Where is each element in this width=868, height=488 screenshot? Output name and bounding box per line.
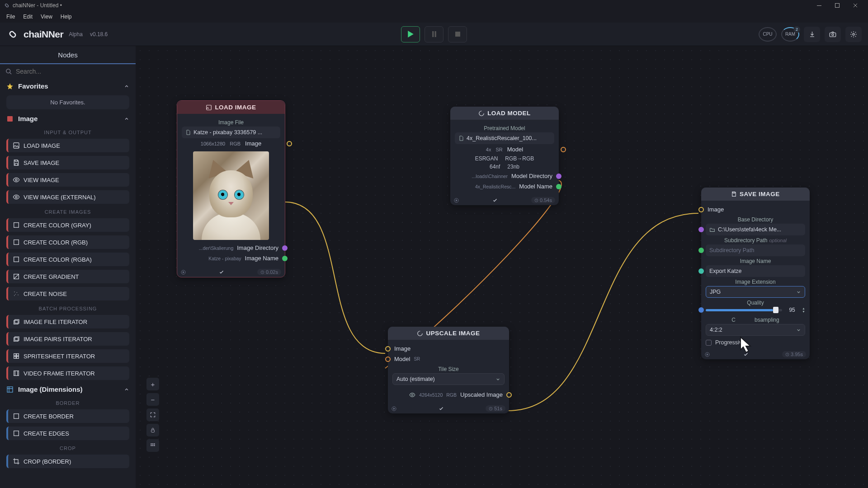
zoom-more-button[interactable] [146,439,159,452]
subdir-input[interactable]: Subdirectory Path [706,244,805,256]
quality-slider[interactable] [706,309,782,311]
svg-rect-9 [7,116,13,122]
node-header[interactable]: LOAD MODEL [450,107,559,120]
zoom-lock-button[interactable] [146,424,159,436]
menu-edit[interactable]: Edit [19,12,36,21]
section-image-dimensions[interactable]: Image (Dimensions) [0,382,136,397]
ram-meter: RAM 2 [781,27,799,42]
folder-icon [709,227,715,232]
node-item-create-rgba[interactable]: CREATE COLOR (RGBA) [6,253,129,266]
section-favorites[interactable]: Favorites [0,79,136,94]
dropdown-tile-size[interactable]: Auto (estimate) [392,373,505,385]
menu-view[interactable]: View [37,12,56,21]
node-header[interactable]: LOAD IMAGE [177,101,285,114]
input-port-basedir[interactable] [698,227,704,232]
clock-icon [489,407,493,411]
input-port-image[interactable] [385,346,391,352]
node-item-view-image-external[interactable]: VIEW IMAGE (EXTERNAL) [6,190,129,204]
pause-button[interactable] [425,26,443,42]
canvas[interactable]: LOAD IMAGE Image File Katze - pixabay 33… [136,46,868,488]
svg-rect-49 [154,443,155,444]
close-button[interactable] [846,0,864,11]
field-label: Image File [182,117,280,127]
output-port-directory[interactable] [556,174,561,179]
node-item-crop-border[interactable]: CROP (BORDER) [6,455,129,468]
run-button[interactable] [401,26,420,42]
dropdown-extension[interactable]: JPG [706,286,805,298]
eye-icon[interactable] [409,392,415,398]
node-item-view-image[interactable]: VIEW IMAGE [6,173,129,187]
file-field[interactable]: Katze - pixabay 3336579 ... [182,127,280,138]
checkbox-progressive[interactable]: Progressive [706,339,805,346]
node-item-image-pairs-iterator[interactable]: IMAGE PAIRS ITERATOR [6,332,129,346]
basedir-field[interactable]: C:\Users\stefa\4eck Me... [706,224,805,235]
output-port-name[interactable] [282,256,288,261]
menu-help[interactable]: Help [57,12,75,21]
output-port-model[interactable] [561,147,566,152]
node-header[interactable]: SAVE IMAGE [701,188,810,201]
svg-point-8 [6,69,10,73]
file-field[interactable]: 4x_RealisticRescaler_100... [455,132,554,144]
node-item-video-frame-iterator[interactable]: VIDEO FRAME ITERATOR [6,366,129,380]
node-item-create-border[interactable]: CREATE BORDER [6,409,129,423]
dropdown-subsampling[interactable]: 4:2:2 [706,324,805,336]
node-item-create-gradient[interactable]: CREATE GRADIENT [6,270,129,283]
output-port-upscaled[interactable] [506,392,512,398]
output-port-name[interactable] [556,184,561,189]
input-port-subdir[interactable] [698,248,704,253]
node-item-create-noise[interactable]: CREATE NOISE [6,287,129,300]
brand-label: Alpha [69,31,83,38]
maximize-button[interactable] [828,0,846,11]
zoom-in-button[interactable]: + [146,378,159,390]
output-port-directory[interactable] [282,245,288,251]
node-item-create-rgb[interactable]: CREATE COLOR (RGB) [6,235,129,249]
play-icon[interactable] [181,270,186,275]
node-load-model[interactable]: LOAD MODEL Pretrained Model 4x_Realistic… [450,107,559,205]
name-input[interactable]: Export Katze [706,265,805,277]
border-icon [13,430,20,437]
quality-stepper[interactable]: ▲▼ [802,307,805,313]
input-port-quality[interactable] [698,307,704,313]
section-image[interactable]: Image [0,111,136,126]
input-port-name[interactable] [698,268,704,274]
download-button[interactable] [804,27,820,42]
zoom-out-button[interactable]: − [146,393,159,406]
node-item-load-image[interactable]: LOAD IMAGE [6,139,129,152]
tab-nodes[interactable]: Nodes [50,47,85,62]
field-label: Quality [706,298,805,307]
settings-button[interactable] [845,27,862,42]
node-item-save-image[interactable]: SAVE IMAGE [6,156,129,169]
svg-rect-10 [14,143,19,148]
minimize-button[interactable] [810,0,828,11]
node-load-image[interactable]: LOAD IMAGE Image File Katze - pixabay 33… [177,100,285,277]
input-port-model[interactable] [385,357,391,362]
menubar: File Edit View Help [0,11,868,23]
search-input[interactable] [16,68,130,75]
node-item-create-edges[interactable]: CREATE EDGES [6,427,129,440]
node-save-image[interactable]: SAVE IMAGE Image Base Directory C:\Users… [701,188,810,359]
node-item-create-gray[interactable]: CREATE COLOR (GRAY) [6,218,129,232]
image-in-icon [13,142,20,149]
category-label: INPUT & OUTPUT [0,126,136,137]
node-item-spritesheet-iterator[interactable]: SPRITESHEET ITERATOR [6,349,129,363]
check-icon [492,197,498,203]
play-icon[interactable] [454,198,459,203]
screenshot-button[interactable] [825,27,841,42]
input-port-image[interactable] [698,207,704,212]
category-label: BORDER [0,397,136,408]
play-icon[interactable] [705,352,710,357]
quality-value[interactable]: 95 [786,307,798,313]
zoom-fit-button[interactable] [146,408,159,421]
svg-rect-1 [835,4,840,8]
node-upscale-image[interactable]: UPSCALE IMAGE Image Model SR Tile Size A… [388,327,509,413]
node-item-image-file-iterator[interactable]: IMAGE FILE ITERATOR [6,315,129,328]
chevron-up-icon [124,116,129,122]
stop-button[interactable] [448,26,467,42]
node-header[interactable]: UPSCALE IMAGE [388,327,509,340]
brand-name: chaiNNer [24,29,63,40]
menu-file[interactable]: File [3,12,19,21]
output-port-image[interactable] [287,141,292,146]
play-icon[interactable] [392,406,396,411]
clock-icon [785,352,789,357]
image-in-icon [206,104,212,111]
